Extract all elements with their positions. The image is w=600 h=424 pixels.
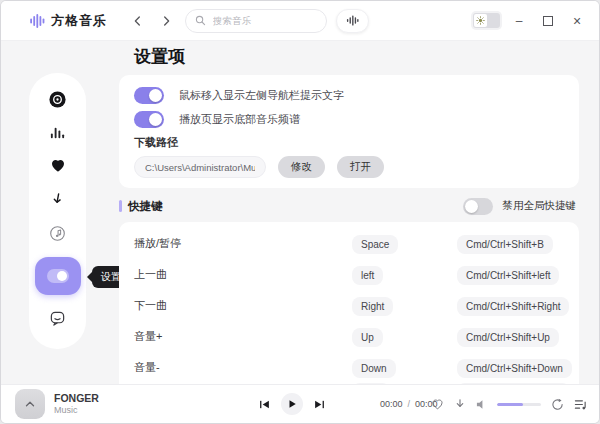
- chart-bars-icon: [49, 124, 66, 141]
- sidebar-item-settings[interactable]: [35, 257, 81, 295]
- top-bar: 方格音乐: [1, 1, 599, 41]
- playback-controls: [259, 393, 325, 415]
- main-area: 设置 设置项 鼠标移入显示左侧导航栏提示文字 播放页显示底部音乐频谱 下载路径 …: [1, 41, 599, 386]
- modify-path-button[interactable]: 修改: [278, 156, 325, 178]
- shortcut-key[interactable]: Right: [352, 297, 393, 316]
- volume-icon[interactable]: [476, 399, 487, 410]
- chevron-right-icon: [159, 14, 173, 28]
- play-icon: [287, 399, 297, 409]
- play-button[interactable]: [281, 393, 303, 415]
- setting-row-nav-tooltip: 鼠标移入显示左侧导航栏提示文字: [134, 83, 564, 107]
- toggle-knob: [149, 113, 162, 126]
- track-title: FONGER: [54, 392, 99, 405]
- general-settings-card: 鼠标移入显示左侧导航栏提示文字 播放页显示底部音乐频谱 下载路径 修改 打开: [119, 75, 579, 188]
- app-logo: 方格音乐: [29, 12, 107, 30]
- app-window: 方格音乐: [0, 0, 600, 424]
- shortcut-global-key[interactable]: Cmd/Ctrl+Shift+Right: [457, 297, 569, 316]
- playlist-button[interactable]: [574, 398, 587, 411]
- chevron-left-icon: [131, 14, 145, 28]
- feedback-chat-icon: [49, 310, 66, 327]
- like-button[interactable]: [431, 398, 444, 411]
- shortcut-global-key[interactable]: Cmd/Ctrl+Shift+Up: [457, 328, 559, 347]
- shortcut-key[interactable]: Down: [352, 359, 396, 378]
- shortcut-global-key[interactable]: Cmd/Ctrl+Shift+Down: [457, 359, 572, 378]
- history-nav: [129, 12, 175, 30]
- heart-outline-icon: [431, 398, 444, 411]
- forward-button[interactable]: [157, 12, 175, 30]
- shortcut-row: 播放/暂停 Space Cmd/Ctrl+Shift+B: [134, 228, 564, 259]
- open-path-button[interactable]: 打开: [337, 156, 384, 178]
- shortcut-row: 音量- Down Cmd/Ctrl+Shift+Down: [134, 352, 564, 383]
- time-current: 00:00: [380, 399, 403, 409]
- track-info: FONGER Music: [54, 392, 99, 416]
- shortcut-key[interactable]: left: [352, 266, 383, 285]
- maximize-button[interactable]: [538, 11, 558, 31]
- close-button[interactable]: ×: [567, 11, 587, 31]
- shortcut-key[interactable]: Space: [352, 235, 398, 254]
- toggle-knob: [465, 200, 478, 213]
- download-path-label: 下载路径: [134, 135, 564, 150]
- nav-tooltip-toggle[interactable]: [134, 87, 164, 104]
- settings-page: 设置项 鼠标移入显示左侧导航栏提示文字 播放页显示底部音乐频谱 下载路径 修改 …: [119, 47, 579, 386]
- sidebar-item-favorites[interactable]: [48, 156, 68, 176]
- time-display: 00:00 / 00:00: [380, 399, 438, 409]
- sidebar-item-recent[interactable]: [48, 224, 68, 244]
- toggle-knob: [149, 89, 162, 102]
- shortcut-label: 播放/暂停: [134, 236, 352, 251]
- setting-row-spectrum: 播放页显示底部音乐频谱: [134, 107, 564, 131]
- volume-slider[interactable]: [497, 403, 541, 406]
- sidebar: [29, 73, 86, 349]
- heart-icon: [50, 158, 66, 174]
- app-title: 方格音乐: [51, 12, 107, 30]
- shortcuts-card: 播放/暂停 Space Cmd/Ctrl+Shift+B 上一曲 left Cm…: [119, 222, 579, 386]
- download-icon: [454, 398, 466, 410]
- sidebar-item-discover[interactable]: [48, 89, 68, 109]
- disable-global-shortcuts-toggle[interactable]: [463, 198, 493, 215]
- section-accent-bar: [119, 200, 122, 212]
- shortcut-label: 下一曲: [134, 298, 352, 313]
- back-button[interactable]: [129, 12, 147, 30]
- download-path-input[interactable]: [134, 156, 266, 178]
- album-art-placeholder[interactable]: [15, 389, 45, 419]
- minimize-button[interactable]: –: [509, 11, 529, 31]
- shortcut-row: 上一曲 left Cmd/Ctrl+Shift+left: [134, 259, 564, 290]
- sidebar-item-downloads[interactable]: [48, 190, 68, 210]
- logo-soundbars-icon: [29, 13, 45, 29]
- shortcuts-title: 快捷键: [128, 199, 163, 214]
- maximize-icon: [543, 16, 553, 26]
- disc-icon: [48, 90, 67, 109]
- sidebar-item-ranking[interactable]: [48, 123, 68, 143]
- search-icon: [195, 15, 206, 26]
- previous-icon: [259, 399, 270, 410]
- search-input[interactable]: [211, 14, 317, 27]
- spectrum-toggle[interactable]: [134, 111, 164, 128]
- previous-track-button[interactable]: [259, 399, 270, 410]
- shortcut-label: 音量+: [134, 329, 352, 344]
- theme-toggle[interactable]: [473, 13, 500, 28]
- shortcut-key[interactable]: Up: [352, 328, 383, 347]
- volume-slider-fill: [497, 403, 523, 406]
- search-box[interactable]: [185, 9, 327, 33]
- shortcuts-header: 快捷键 禁用全局快捷键: [119, 198, 579, 214]
- download-track-button[interactable]: [454, 398, 466, 410]
- repeat-mode-button[interactable]: [551, 398, 564, 411]
- history-icon: [49, 225, 66, 242]
- shortcut-list: 播放/暂停 Space Cmd/Ctrl+Shift+B 上一曲 left Cm…: [134, 228, 564, 383]
- page-title: 设置项: [134, 47, 579, 67]
- next-icon: [314, 399, 325, 410]
- shortcut-global-key[interactable]: Cmd/Ctrl+Shift+left: [457, 266, 559, 285]
- download-arrow-icon: [50, 192, 65, 207]
- player-right-controls: [431, 398, 587, 411]
- sidebar-item-feedback[interactable]: [48, 309, 68, 329]
- repeat-icon: [551, 398, 564, 411]
- download-path-row: 修改 打开: [134, 156, 564, 178]
- disable-global-shortcuts-label: 禁用全局快捷键: [503, 199, 577, 213]
- theme-toggle-knob: [474, 14, 487, 27]
- shortcut-global-key[interactable]: Cmd/Ctrl+Shift+B: [457, 235, 553, 254]
- sun-icon: [476, 16, 485, 25]
- player-bar: FONGER Music 00:00 / 00: [1, 384, 599, 423]
- playlist-icon: [574, 398, 587, 411]
- next-track-button[interactable]: [314, 399, 325, 410]
- audio-wave-button[interactable]: [336, 9, 369, 33]
- shortcut-label: 音量-: [134, 360, 352, 375]
